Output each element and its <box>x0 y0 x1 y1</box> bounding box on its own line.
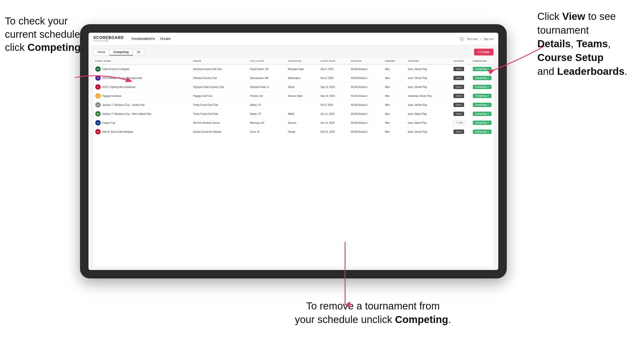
cell-hosted-by: Washington <box>286 74 318 83</box>
tab-home[interactable]: Home <box>93 49 109 55</box>
cell-actions: View ℹ <box>452 101 471 109</box>
cell-division: NCAA Division I <box>349 64 383 74</box>
cell-venue: American Dunes Golf Club <box>191 64 248 74</box>
cell-competing: Competing ✓ <box>471 109 494 118</box>
view-button[interactable]: View ℹ <box>454 112 464 116</box>
cell-actions: View ℹ <box>452 83 471 92</box>
cell-event-name: HIJohn A. Burns Intercollegiate <box>93 127 191 136</box>
cell-actions: View ℹ <box>452 109 471 118</box>
cell-scoring: team, Stroke Play <box>406 127 452 136</box>
competing-button[interactable]: Competing ✓ <box>473 94 492 98</box>
cell-scoring: team, Match Play <box>406 109 452 118</box>
competing-button[interactable]: Competing ✓ <box>473 67 492 71</box>
header-right: Test User | Sign out <box>460 36 494 41</box>
tablet-shell: SCOREBOARD Powered by clippi TOURNAMENTS… <box>80 24 507 278</box>
cell-scoring: team, Stroke Play <box>406 74 452 83</box>
table-row: JSJackson T. Stephens Cup – Stroke PlayT… <box>93 101 494 109</box>
cell-gender: Men <box>383 83 406 92</box>
col-scoring: SCORING <box>406 58 452 64</box>
nav-teams[interactable]: TEAMS <box>160 37 171 41</box>
competing-button[interactable]: Competing ✓ <box>473 130 492 134</box>
table-row: PAPapago IndividualPapago Golf ClubPhoen… <box>93 92 494 101</box>
cell-scoring: team, Match Play <box>406 118 452 127</box>
view-button[interactable]: View ℹ <box>454 103 464 107</box>
brand-title: SCOREBOARD <box>93 36 124 40</box>
cell-hosted-by <box>286 101 318 109</box>
cell-competing: Competing ✓ <box>471 74 494 83</box>
col-gender: GENDER <box>383 58 406 64</box>
create-button[interactable]: + Create <box>474 49 494 55</box>
cell-scoring: team, Stroke Play <box>406 83 452 92</box>
table-row: HIJohn A. Burns IntercollegiateOcean Cou… <box>93 127 494 136</box>
cell-actions: View ℹ <box>452 64 471 74</box>
cell-event-name: JSJackson T. Stephens Cup – Stroke Play <box>93 101 191 109</box>
cell-competing: Competing ✓ <box>471 92 494 101</box>
cell-city-state: Lihue, HI <box>248 127 286 136</box>
cell-hosted-by: Arizona <box>286 118 318 127</box>
cell-start-date: Sep 18, 2023 <box>318 92 349 101</box>
nav-links: TOURNAMENTS TEAMS <box>131 37 460 41</box>
competing-button[interactable]: Competing ✓ <box>473 76 492 80</box>
cell-hosted-by: Michigan State <box>286 64 318 74</box>
edit-button[interactable]: ✏️ Edit <box>454 120 466 125</box>
tab-competing[interactable]: Competing <box>109 49 133 55</box>
tablet-screen: SCOREBOARD Powered by clippi TOURNAMENTS… <box>88 33 498 270</box>
cell-hosted-by: Arizona State <box>286 92 318 101</box>
cell-venue: Papago Golf Club <box>191 92 248 101</box>
cell-division: NCAA Division I <box>349 92 383 101</box>
cell-hosted-by: Illinois <box>286 83 318 92</box>
cell-actions: View ℹ <box>452 74 471 83</box>
col-actions: ACTIONS <box>452 58 471 64</box>
cell-division: NCAA Division I <box>349 74 383 83</box>
cell-city-state: Phoenix, AZ <box>248 92 286 101</box>
divider: | <box>480 37 481 40</box>
cell-actions: View ℹ <box>452 127 471 136</box>
annotation-top-right: Click View to see tournament Details, Te… <box>537 10 639 78</box>
competing-button[interactable]: Competing ✓ <box>473 121 492 125</box>
cell-start-date: Jan 14, 2024 <box>318 118 349 127</box>
cell-gender: Men <box>383 74 406 83</box>
cell-venue: Ocean Course At Hokuala <box>191 127 248 136</box>
cell-actions: ✏️ Edit <box>452 118 471 127</box>
cell-event-name: PAPapago Individual <box>93 92 191 101</box>
cell-venue: Ak-Chin Southern Dunes <box>191 118 248 127</box>
cell-city-state: Grand Haven, MI <box>248 64 286 74</box>
filter-tabs: Home Competing All <box>93 49 144 55</box>
view-button[interactable]: View ℹ <box>454 130 464 134</box>
col-competing: COMPETING <box>471 58 494 64</box>
brand-sub: Powered by clippi <box>93 40 124 42</box>
view-button[interactable]: View ℹ <box>454 67 464 71</box>
cell-actions: View ℹ <box>452 92 471 101</box>
cell-city-state: Dallas, TX <box>248 109 286 118</box>
nav-tournaments[interactable]: TOURNAMENTS <box>131 37 155 41</box>
cell-hosted-by: ABAC <box>286 109 318 118</box>
cell-division: NCAA Division I <box>349 101 383 109</box>
cell-scoring: team, Stroke Play <box>406 101 452 109</box>
view-button[interactable]: View ℹ <box>454 94 464 98</box>
competing-button[interactable]: Competing ✓ <box>473 112 492 116</box>
view-button[interactable]: View ℹ <box>454 76 464 80</box>
user-icon <box>460 36 464 41</box>
cell-gender: Men <box>383 101 406 109</box>
table-header-row: EVENT NAME VENUE CITY, STATE HOSTED BY S… <box>93 58 494 64</box>
table-row: W2023 Sahalee Players ChampionshipSahale… <box>93 74 494 83</box>
cell-city-state: Maricopa, AZ <box>248 118 286 127</box>
cell-start-date: Sep 15, 2023 <box>318 83 349 92</box>
view-button[interactable]: View ℹ <box>454 85 464 89</box>
competing-button[interactable]: Competing ✓ <box>473 103 492 107</box>
content-area: Home Competing All + Create EVENT NAME V… <box>88 45 498 270</box>
competing-button[interactable]: Competing ✓ <box>473 85 492 89</box>
cell-gender: Men <box>383 64 406 74</box>
cell-start-date: Oct 9, 2023 <box>318 101 349 109</box>
sign-out-link[interactable]: Sign out <box>484 37 494 40</box>
cell-city-state: Dallas, TX <box>248 101 286 109</box>
tab-all[interactable]: All <box>133 49 144 55</box>
cell-event-name: JMJackson T. Stephens Cup – Men's Match … <box>93 109 191 118</box>
cell-gender: Men <box>383 109 406 118</box>
cell-scoring: team, Stroke Play <box>406 64 452 74</box>
cell-division: NCAA Division I <box>349 109 383 118</box>
scoreboard-brand: SCOREBOARD Powered by clippi <box>93 36 124 42</box>
col-division: DIVISION <box>349 58 383 64</box>
cell-venue: Trinity Forest Golf Club <box>191 109 248 118</box>
cell-city-state: Sammamish, WA <box>248 74 286 83</box>
